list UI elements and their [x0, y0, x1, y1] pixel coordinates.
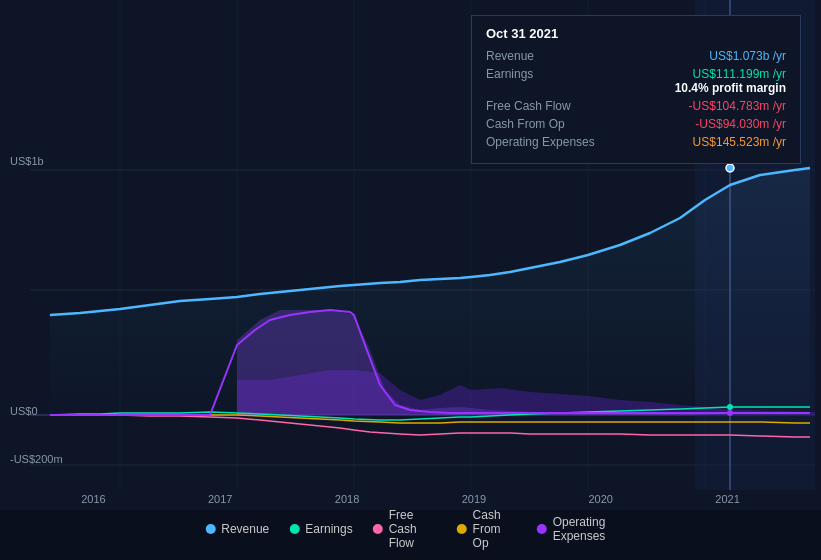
x-axis-labels: 2016 2017 2018 2019 2020 2021 — [0, 493, 821, 505]
svg-point-15 — [727, 410, 733, 416]
legend-opex-dot — [537, 524, 547, 534]
tooltip-opex-label: Operating Expenses — [486, 135, 596, 149]
tooltip-earnings-label: Earnings — [486, 67, 596, 81]
legend-revenue-label: Revenue — [221, 522, 269, 536]
tooltip-cashop-label: Cash From Op — [486, 117, 596, 131]
legend-fcf-dot — [373, 524, 383, 534]
x-label-2021: 2021 — [715, 493, 739, 505]
legend-fcf: Free Cash Flow — [373, 508, 437, 550]
x-label-2016: 2016 — [81, 493, 105, 505]
tooltip-earnings-value: US$111.199m /yr — [596, 67, 786, 81]
chart-legend: Revenue Earnings Free Cash Flow Cash Fro… — [205, 508, 616, 550]
y-axis-neg-label: -US$200m — [10, 453, 63, 465]
legend-earnings-label: Earnings — [305, 522, 352, 536]
legend-cashop-dot — [457, 524, 467, 534]
svg-point-13 — [726, 164, 734, 172]
x-label-2017: 2017 — [208, 493, 232, 505]
legend-cashop-label: Cash From Op — [473, 508, 517, 550]
legend-opex: Operating Expenses — [537, 515, 616, 543]
svg-point-14 — [727, 404, 733, 410]
x-label-2019: 2019 — [462, 493, 486, 505]
y-axis-zero-label: US$0 — [10, 405, 38, 417]
tooltip-cashop-row: Cash From Op -US$94.030m /yr — [486, 117, 786, 131]
tooltip-panel: Oct 31 2021 Revenue US$1.073b /yr Earnin… — [471, 15, 801, 164]
legend-earnings: Earnings — [289, 522, 352, 536]
legend-fcf-label: Free Cash Flow — [389, 508, 437, 550]
tooltip-opex-value: US$145.523m /yr — [596, 135, 786, 149]
tooltip-fcf-row: Free Cash Flow -US$104.783m /yr — [486, 99, 786, 113]
legend-opex-label: Operating Expenses — [553, 515, 616, 543]
x-label-2018: 2018 — [335, 493, 359, 505]
x-label-2020: 2020 — [588, 493, 612, 505]
tooltip-fcf-label: Free Cash Flow — [486, 99, 596, 113]
tooltip-fcf-value: -US$104.783m /yr — [596, 99, 786, 113]
tooltip-cashop-value: -US$94.030m /yr — [596, 117, 786, 131]
legend-cashop: Cash From Op — [457, 508, 517, 550]
legend-revenue-dot — [205, 524, 215, 534]
tooltip-title: Oct 31 2021 — [486, 26, 786, 41]
tooltip-earnings-row: Earnings US$111.199m /yr 10.4% profit ma… — [486, 67, 786, 95]
legend-revenue: Revenue — [205, 522, 269, 536]
tooltip-opex-row: Operating Expenses US$145.523m /yr — [486, 135, 786, 149]
tooltip-profit-margin: 10.4% profit margin — [596, 81, 786, 95]
tooltip-revenue-label: Revenue — [486, 49, 596, 63]
legend-earnings-dot — [289, 524, 299, 534]
tooltip-revenue-row: Revenue US$1.073b /yr — [486, 49, 786, 63]
y-axis-top-label: US$1b — [10, 155, 44, 167]
tooltip-revenue-value: US$1.073b /yr — [596, 49, 786, 63]
